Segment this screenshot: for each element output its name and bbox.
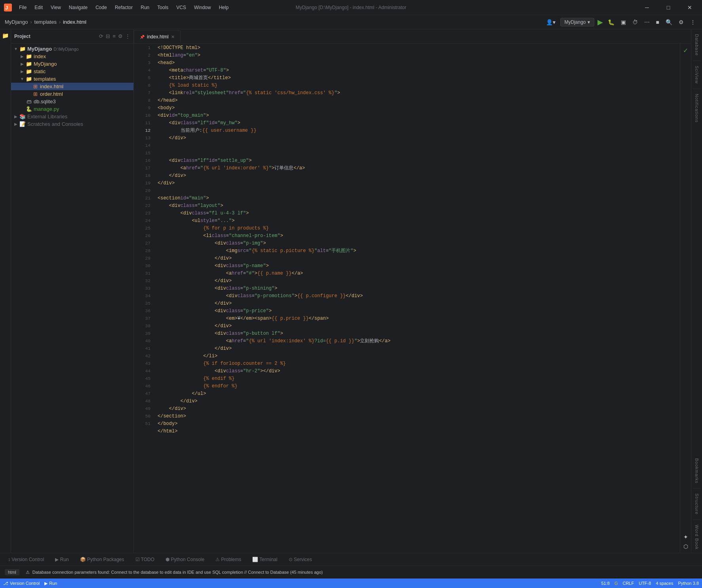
ai-icon2[interactable]: ⬡ — [683, 543, 688, 550]
search-icon[interactable]: 🔍 — [664, 18, 674, 26]
run-config-btn[interactable]: MyDjango ▾ — [560, 18, 594, 27]
menu-window[interactable]: Window — [191, 3, 214, 12]
code-line-30: <div class="p-name"> — [154, 262, 680, 270]
tree-external-libs[interactable]: ▶ 📚 External Libraries — [11, 113, 133, 120]
tree-root[interactable]: ▼ 📁 MyDjango D:\MyDjango — [11, 45, 133, 53]
bookmarks-label[interactable]: Bookmarks — [693, 455, 701, 487]
menu-view[interactable]: View — [48, 3, 64, 12]
menu-code[interactable]: Code — [92, 3, 110, 12]
menu-vcs[interactable]: VCS — [173, 3, 189, 12]
line-ending[interactable]: CRLF — [622, 581, 634, 586]
python-version[interactable]: Python 3.8 — [678, 581, 699, 586]
gear-icon[interactable]: ⚙ — [118, 33, 123, 39]
tree-scratches[interactable]: ▶ 📝 Scratches and Consoles — [11, 120, 133, 128]
tree-manage-py[interactable]: 🐍 manage.py — [11, 105, 133, 113]
more-icon[interactable]: ⋮ — [689, 18, 697, 26]
version-control-tab[interactable]: ↕ Version Control — [3, 555, 49, 564]
encoding[interactable]: UTF-8 — [639, 581, 651, 586]
ai-icon[interactable]: ✦ — [683, 534, 688, 540]
services-icon: ⊙ — [289, 557, 293, 562]
structure-label[interactable]: Structure — [693, 490, 701, 518]
breadcrumb-file[interactable]: index.html — [63, 19, 86, 25]
todo-tab[interactable]: ☑ TODO — [131, 555, 160, 564]
code-line-6: {% load static %} — [154, 82, 680, 89]
breadcrumb-project[interactable]: MyDjango — [5, 19, 28, 25]
tree-order-html[interactable]: ⊞ order.html — [11, 90, 133, 98]
run-button[interactable]: ▶ — [597, 18, 603, 27]
menu-tools[interactable]: Tools — [154, 3, 171, 12]
vcs-status[interactable]: ⎇ Version Control — [3, 581, 40, 586]
profile-icon[interactable]: ⏱ — [631, 18, 639, 26]
project-view-icon[interactable]: 📁 — [1, 31, 10, 40]
run-status[interactable]: ▶ Run — [44, 581, 57, 586]
collapse-icon[interactable]: ⊟ — [106, 33, 110, 39]
project-header-icons: ⟳ ⊟ ≡ ⚙ ⋮ — [99, 33, 130, 39]
tree-templates-folder[interactable]: ▼ 📁 templates — [11, 75, 133, 83]
tree-db[interactable]: 🗃 db.sqlite3 — [11, 98, 133, 105]
user-icon[interactable]: 👤▾ — [544, 18, 557, 26]
wordbook-label[interactable]: Word Book — [693, 522, 701, 553]
code-line-52: </html> — [154, 428, 680, 435]
cursor-position[interactable]: 51:8 — [601, 581, 609, 586]
minimize-button[interactable]: ─ — [638, 2, 656, 13]
sync-icon[interactable]: ⟳ — [99, 33, 103, 39]
code-line-19: </div> — [154, 180, 680, 187]
nav-bar: MyDjango › templates › index.html 👤▾ MyD… — [0, 15, 702, 29]
google-icon: G — [614, 581, 618, 586]
tab-close-icon[interactable]: ✕ — [171, 34, 175, 40]
line-30: 30 — [134, 262, 154, 270]
settings-icon[interactable]: ⚙ — [677, 18, 685, 26]
vcs-indicator[interactable]: G — [614, 581, 618, 586]
line-38: 38 — [134, 322, 154, 330]
indent-setting[interactable]: 4 spaces — [656, 581, 673, 586]
line-2: 2 — [134, 52, 154, 59]
notifications-label[interactable]: Notifications — [693, 91, 701, 126]
menu-edit[interactable]: Edit — [31, 3, 46, 12]
terminal-tab[interactable]: ⬜ Terminal — [247, 555, 282, 564]
more-run-icon[interactable]: ⋯ — [643, 18, 651, 26]
stop-icon[interactable]: ■ — [654, 18, 661, 26]
close-button[interactable]: ✕ — [681, 2, 699, 13]
line-9: 9 — [134, 104, 154, 112]
code-line-50: </section> — [154, 413, 680, 420]
main-layout: 📁 Project ⟳ ⊟ ≡ ⚙ ⋮ ▼ 📁 MyDjango D:\MyDj… — [0, 29, 702, 553]
window-title: MyDjango [D:\MyDjango] - index.html - Ad… — [296, 5, 406, 10]
menu-refactor[interactable]: Refactor — [112, 3, 136, 12]
menu-navigate[interactable]: Navigate — [66, 3, 91, 12]
pp-label: Python Packages — [87, 557, 124, 562]
more-icon[interactable]: ⋮ — [125, 33, 130, 39]
line-34: 34 — [134, 292, 154, 300]
editor-tab-index-html[interactable]: 📌 index.html ✕ — [134, 30, 181, 43]
filter-icon[interactable]: ≡ — [112, 33, 116, 39]
maximize-button[interactable]: □ — [659, 2, 677, 13]
coverage-icon[interactable]: ▣ — [619, 18, 628, 26]
line-5: 5 — [134, 74, 154, 82]
code-line-4: <meta charset="UTF-8"> — [154, 67, 680, 74]
python-console-tab[interactable]: ⬢ Python Console — [161, 555, 209, 564]
line-32: 32 — [134, 277, 154, 285]
breadcrumb-templates[interactable]: templates — [34, 19, 57, 25]
line-51: 51 — [134, 420, 154, 428]
run-tab[interactable]: ▶ Run — [50, 555, 73, 564]
menu-file[interactable]: File — [16, 3, 30, 12]
tree-orderhtml-label: order.html — [40, 91, 63, 97]
line-39: 39 — [134, 330, 154, 338]
tree-index-html[interactable]: ⊞ index.html — [11, 83, 133, 90]
tree-static-folder[interactable]: ▶ 📁 static — [11, 68, 133, 75]
tree-mydjango-folder[interactable]: ▶ 📁 MyDjango — [11, 60, 133, 68]
menu-help[interactable]: Help — [216, 3, 232, 12]
database-label[interactable]: Database — [693, 31, 701, 59]
problems-tab[interactable]: ⚠ Problems — [211, 555, 246, 564]
services-tab[interactable]: ⊙ Services — [284, 555, 317, 564]
code-content[interactable]: <!DOCTYPE html> <html lang="en"> <head> … — [154, 44, 680, 553]
line-16: 16 — [134, 157, 154, 165]
code-line-45: {% endif %} — [154, 375, 680, 383]
sciview-label[interactable]: SciView — [693, 63, 701, 87]
menu-run[interactable]: Run — [137, 3, 152, 12]
python-packages-tab[interactable]: 📦 Python Packages — [75, 555, 129, 564]
tree-index-folder[interactable]: ▶ 📁 index — [11, 53, 133, 60]
bottom-type-indicator[interactable]: html — [5, 569, 19, 575]
debug-icon[interactable]: 🐛 — [606, 18, 616, 26]
run-tab-label: Run — [60, 557, 69, 562]
line-31: 31 — [134, 270, 154, 277]
